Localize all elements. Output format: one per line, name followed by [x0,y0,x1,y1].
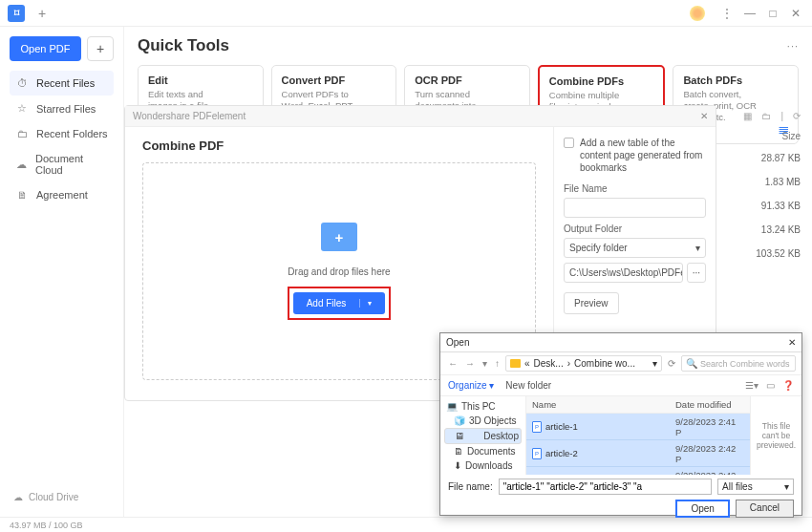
bookmark-checkbox[interactable] [564,138,574,148]
specify-folder-select[interactable]: Specify folder ▾ [564,238,706,258]
breadcrumb-sep: « [524,358,530,369]
pdf-icon: P [532,448,542,459]
folder-icon: 🗀 [15,128,29,139]
refresh-button[interactable]: ⟳ [666,358,677,369]
dialog-cancel-button[interactable]: Cancel [736,500,794,518]
col-header-date[interactable]: Date modified [670,396,750,413]
output-path-field[interactable]: C:\Users\ws\Desktop\PDFelement\Com [564,263,683,283]
tree-item-this-pc[interactable]: 💻 This PC [444,399,522,414]
file-name-input[interactable] [564,198,706,218]
combine-titlebar: Wondershare PDFelement ✕ [125,106,716,127]
grid-view-icon[interactable]: ▦ [743,111,752,121]
organize-menu[interactable]: Organize ▾ [448,380,494,391]
download-icon: ⬇ [454,460,461,471]
view-mode-button[interactable]: ☰▾ [745,380,759,391]
combine-heading: Combine PDF [142,138,536,153]
kebab-menu-icon[interactable]: ⋮ [718,7,736,20]
tree-item-documents[interactable]: 🗎 Documents [444,444,522,458]
document-icon: 🗎 [15,189,29,201]
tree-item-label: Desktop [483,431,519,441]
nav-up-button[interactable]: ↑ [493,358,502,369]
file-size-value: 91.33 KB [721,201,801,211]
cloud-drive-label: Cloud Drive [29,492,78,502]
file-row[interactable]: Particle-3 9/28/2023 2:42 P [526,467,750,475]
tree-item-downloads[interactable]: ⬇ Downloads [444,458,522,473]
file-size-column: ▦ 🗀 | ⟳ Size 28.87 KB 1.83 MB 91.33 KB 1… [721,103,812,272]
help-icon[interactable]: ❓ [782,380,794,391]
sidebar-item-recent-files[interactable]: ⏱ Recent Files [10,71,114,96]
dialog-tree: 💻 This PC 🧊 3D Objects 🖥 Desktop 🗎 Docum… [440,396,526,475]
file-filter-select[interactable]: All files ▾ [717,479,794,495]
desktop-icon: 🖥 [455,431,464,441]
sidebar-item-label: Recent Files [36,77,95,89]
dialog-search-input[interactable]: 🔍 Search Combine words to pdf [681,355,796,372]
folder-icon [510,359,521,368]
add-files-label: Add Files [307,298,347,309]
refresh-icon[interactable]: ⟳ [793,111,801,121]
tree-item-3d-objects[interactable]: 🧊 3D Objects [444,414,522,428]
sidebar-item-label: Starred Files [36,103,96,115]
document-icon: 🗎 [454,446,463,457]
dialog-open-button[interactable]: Open [675,500,729,518]
nav-back-button[interactable]: ← [446,358,459,369]
sidebar-item-label: Recent Folders [36,128,108,139]
tool-title: Convert PDF [282,74,387,86]
file-name-label: File Name [564,183,706,194]
open-pdf-button[interactable]: Open PDF [10,36,81,61]
cloud-drive-row[interactable]: ☁ Cloud Drive [10,487,114,507]
sidebar-item-starred[interactable]: ☆ Starred Files [10,96,114,121]
new-file-button[interactable]: + [87,36,114,61]
cloud-icon: ☁ [13,492,23,502]
add-folder-icon: + [321,223,357,251]
file-name-input[interactable] [499,479,712,495]
new-folder-button[interactable]: New folder [505,380,551,391]
dialog-titlebar: Open ✕ [440,333,801,352]
clock-icon: ⏱ [15,77,29,89]
browse-folder-button[interactable]: ··· [687,263,706,283]
preview-toggle-button[interactable]: ▭ [766,380,775,391]
sidebar-item-document-cloud[interactable]: ☁ Document Cloud [10,146,114,182]
file-size-value: 13.24 KB [721,224,801,235]
window-maximize-button[interactable]: □ [764,7,781,20]
sidebar-item-label: Document Cloud [35,153,108,176]
cube-icon: 🧊 [454,415,465,426]
sidebar-item-agreement[interactable]: 🗎 Agreement [10,182,114,207]
col-header-name[interactable]: Name [526,396,670,413]
app-logo-icon: ⌑ [8,5,25,22]
dialog-close-button[interactable]: ✕ [788,337,796,348]
tool-title: OCR PDF [415,74,520,86]
preview-button[interactable]: Preview [564,292,619,314]
sidebar: Open PDF + ⏱ Recent Files ☆ Starred File… [0,27,124,517]
file-date: 9/28/2023 2:42 P [670,467,750,475]
tree-item-desktop[interactable]: 🖥 Desktop [444,428,522,444]
more-tools-button[interactable]: ··· [787,40,799,52]
chevron-down-icon[interactable]: ▾ [359,299,372,308]
file-date: 9/28/2023 2:42 P [670,440,750,466]
nav-forward-button[interactable]: → [463,358,477,369]
combine-close-button[interactable]: ✕ [700,111,708,121]
file-row[interactable]: Particle-2 9/28/2023 2:42 P [526,440,750,467]
chevron-down-icon[interactable]: ▾ [481,358,489,369]
window-minimize-button[interactable]: — [741,7,759,20]
breadcrumb-sep: › [567,358,570,369]
breadcrumb-part[interactable]: Combine wo... [574,358,635,369]
dialog-file-list: Name Date modified Particle-1 9/28/2023 … [526,396,750,475]
ai-orb-icon[interactable] [690,6,705,21]
file-name: article-1 [545,421,578,432]
add-files-button[interactable]: Add Files ▾ [293,292,386,314]
window-close-button[interactable]: ✕ [787,7,804,20]
calendar-icon[interactable]: 🗀 [761,111,771,121]
specify-folder-value: Specify folder [569,243,628,253]
sidebar-item-recent-folders[interactable]: 🗀 Recent Folders [10,121,114,146]
star-icon: ☆ [15,102,29,115]
dialog-title: Open [446,337,469,348]
combine-window-title: Wondershare PDFelement [133,111,246,121]
new-tab-button[interactable]: + [38,6,46,21]
breadcrumb[interactable]: « Desk... › Combine wo... ▾ [505,355,662,372]
chevron-down-icon[interactable]: ▾ [652,358,657,369]
file-row[interactable]: Particle-1 9/28/2023 2:41 P [526,414,750,440]
sidebar-item-label: Agreement [36,189,88,201]
file-size-value: 103.52 KB [721,248,801,259]
breadcrumb-part[interactable]: Desk... [534,358,564,369]
status-bar: 43.97 MB / 100 GB [0,517,812,532]
